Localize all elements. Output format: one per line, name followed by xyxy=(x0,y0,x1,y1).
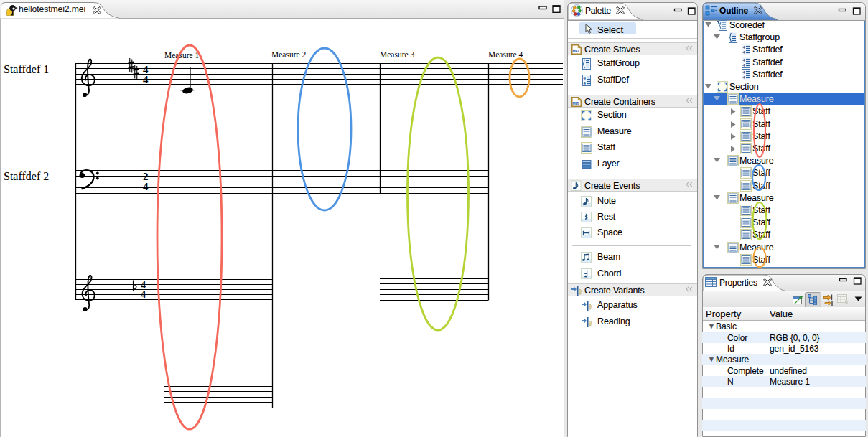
svg-text:MEI: MEI xyxy=(572,49,579,53)
svg-text:4: 4 xyxy=(141,289,146,300)
svg-text:Measure 3: Measure 3 xyxy=(380,50,414,59)
svg-text:Measure 2: Measure 2 xyxy=(271,50,306,59)
svg-text:Staffdef 1: Staffdef 1 xyxy=(4,63,49,75)
svg-text:Staffdef 2: Staffdef 2 xyxy=(4,170,49,182)
svg-text:4: 4 xyxy=(143,74,149,85)
svg-text:MEI: MEI xyxy=(572,101,579,105)
svg-text:4: 4 xyxy=(143,181,149,192)
svg-text:Measure 4: Measure 4 xyxy=(488,50,523,59)
